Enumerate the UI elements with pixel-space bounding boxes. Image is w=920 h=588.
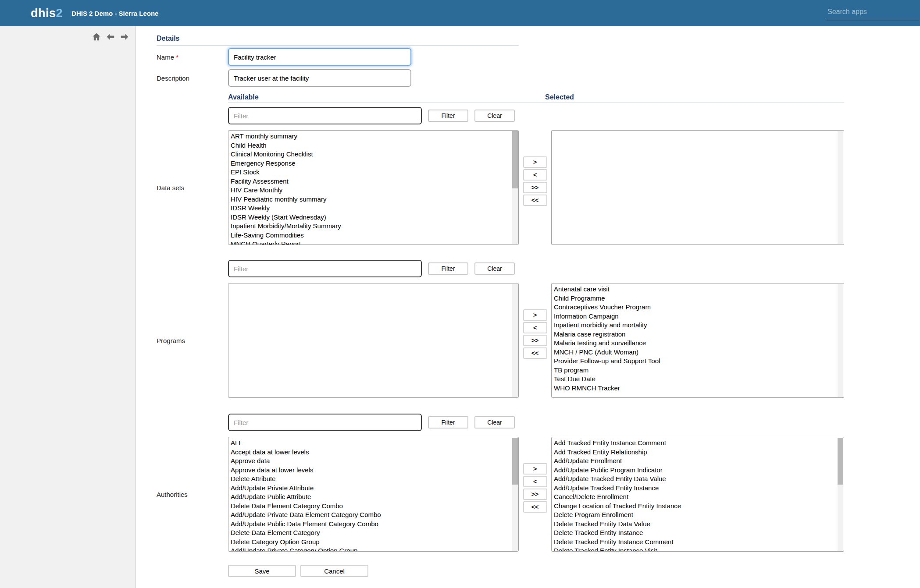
datasets-filter-input[interactable] xyxy=(228,107,422,124)
list-item[interactable]: Add/Update Enrollment xyxy=(552,457,844,466)
list-item[interactable]: Delete Tracked Entity Instance xyxy=(552,528,844,538)
list-item[interactable]: ART monthly summary xyxy=(228,132,518,141)
list-item[interactable]: Add/Update Public Data Element Category … xyxy=(228,520,518,529)
list-item[interactable]: Add Tracked Entity Instance Comment xyxy=(552,439,844,448)
list-item[interactable]: Approve data xyxy=(228,457,518,466)
datasets-available-list[interactable]: ART monthly summaryChild HealthClinical … xyxy=(228,130,519,245)
list-item[interactable]: Delete Program Enrollment xyxy=(552,510,844,520)
list-item[interactable]: Change Location of Tracked Entity Instan… xyxy=(552,502,844,511)
authorities-selected-list[interactable]: Add Tracked Entity Instance CommentAdd T… xyxy=(551,437,844,552)
list-item[interactable]: Malaria testing and surveillance xyxy=(552,339,844,348)
authorities-filter-button[interactable]: Filter xyxy=(428,416,468,429)
list-item[interactable]: Information Campaign xyxy=(552,312,844,321)
datasets-move-all-right-button[interactable]: >> xyxy=(523,182,547,193)
programs-move-left-button[interactable]: < xyxy=(523,322,547,333)
top-bar: dhis2 DHIS 2 Demo - Sierra Leone xyxy=(0,0,920,26)
list-item[interactable]: Delete Category Option Group xyxy=(228,538,518,547)
list-item[interactable]: Add/Update Tracked Entity Instance xyxy=(552,484,844,493)
list-item[interactable]: MNCH Quarterly Report xyxy=(228,240,518,245)
description-input[interactable] xyxy=(228,69,411,87)
scrollbar-thumb[interactable] xyxy=(838,438,843,485)
scrollbar-track[interactable] xyxy=(838,131,843,244)
authorities-move-left-button[interactable]: < xyxy=(523,476,547,487)
list-item[interactable]: Clinical Monitoring Checklist xyxy=(228,150,518,159)
programs-filter-button[interactable]: Filter xyxy=(428,262,468,275)
programs-selected-list[interactable]: Antenatal care visitChild ProgrammeContr… xyxy=(551,283,844,398)
programs-available-list[interactable] xyxy=(228,283,519,398)
authorities-filter-input[interactable] xyxy=(228,414,422,431)
programs-move-all-right-button[interactable]: >> xyxy=(523,335,547,346)
list-item[interactable]: Add/Update Tracked Entity Data Value xyxy=(552,475,844,484)
list-item[interactable]: Facility Assessment xyxy=(228,177,518,186)
programs-clear-button[interactable]: Clear xyxy=(474,262,515,275)
list-item[interactable]: HIV Peadiatric monthly summary xyxy=(228,195,518,204)
datasets-move-right-button[interactable]: > xyxy=(523,156,547,168)
list-item[interactable]: Add/Update Private Category Option Group xyxy=(228,546,518,552)
list-item[interactable]: TB program xyxy=(552,366,844,375)
name-label: Name * xyxy=(157,53,228,61)
authorities-label: Authorities xyxy=(157,491,228,498)
programs-filter-input[interactable] xyxy=(228,260,422,277)
back-arrow-icon[interactable] xyxy=(106,32,115,42)
list-item[interactable]: Child Health xyxy=(228,141,518,150)
list-item[interactable]: IDSR Weekly xyxy=(228,204,518,213)
list-item[interactable]: Delete Tracked Entity Data Value xyxy=(552,520,844,529)
list-item[interactable]: Add/Update Private Data Element Category… xyxy=(228,510,518,520)
list-item[interactable]: Delete Tracked Entity Instance Visit xyxy=(552,546,844,552)
programs-move-right-button[interactable]: > xyxy=(523,309,547,321)
datasets-filter-button[interactable]: Filter xyxy=(428,110,468,122)
nav-icons xyxy=(92,32,129,42)
list-item[interactable]: HIV Care Monthly xyxy=(228,186,518,195)
list-item[interactable]: IDSR Weekly (Start Wednesday) xyxy=(228,213,518,222)
authorities-move-right-button[interactable]: > xyxy=(523,463,547,475)
list-item[interactable]: Delete Data Element Category xyxy=(228,528,518,538)
scrollbar-thumb[interactable] xyxy=(512,438,518,485)
list-item[interactable]: Malaria case registration xyxy=(552,330,844,339)
list-item[interactable]: Accept data at lower levels xyxy=(228,448,518,457)
datasets-selected-list[interactable] xyxy=(551,130,844,245)
list-item[interactable]: Add/Update Private Attribute xyxy=(228,484,518,493)
scrollbar-track[interactable] xyxy=(838,438,843,551)
authorities-available-list[interactable]: ALLAccept data at lower levelsApprove da… xyxy=(228,437,519,552)
cancel-button[interactable]: Cancel xyxy=(300,565,368,577)
list-item[interactable]: Antenatal care visit xyxy=(552,285,844,294)
scrollbar-track[interactable] xyxy=(512,131,518,244)
scrollbar-thumb[interactable] xyxy=(512,131,518,188)
list-item[interactable]: WHO RMNCH Tracker xyxy=(552,384,844,393)
list-item[interactable]: Inpatient morbidity and mortality xyxy=(552,321,844,330)
list-item[interactable]: Life-Saving Commodities xyxy=(228,231,518,240)
list-item[interactable]: EPI Stock xyxy=(228,168,518,177)
list-item[interactable]: Delete Data Element Category Combo xyxy=(228,502,518,511)
list-item[interactable]: Cancel/Delete Enrollment xyxy=(552,492,844,502)
list-item[interactable]: Child Programme xyxy=(552,294,844,303)
home-icon[interactable] xyxy=(92,32,101,42)
programs-move-all-left-button[interactable]: << xyxy=(523,347,547,359)
list-item[interactable]: Delete Tracked Entity Instance Comment xyxy=(552,538,844,547)
name-input[interactable] xyxy=(228,48,411,66)
list-item[interactable]: Approve data at lower levels xyxy=(228,466,518,475)
save-button[interactable]: Save xyxy=(228,565,296,577)
authorities-clear-button[interactable]: Clear xyxy=(474,416,515,429)
search-apps-input[interactable] xyxy=(827,6,919,20)
list-item[interactable]: Provider Follow-up and Support Tool xyxy=(552,357,844,366)
authorities-move-all-right-button[interactable]: >> xyxy=(523,489,547,500)
list-item[interactable]: Test Due Date xyxy=(552,375,844,384)
list-item[interactable]: Add/Update Public Attribute xyxy=(228,492,518,502)
list-item[interactable]: Inpatient Morbidity/Mortality Summary xyxy=(228,222,518,231)
authorities-move-all-left-button[interactable]: << xyxy=(523,501,547,513)
list-item[interactable]: Emergency Response xyxy=(228,159,518,168)
list-item[interactable]: ALL xyxy=(228,439,518,448)
scrollbar-track[interactable] xyxy=(838,284,843,397)
left-sidebar xyxy=(0,26,136,588)
datasets-move-left-button[interactable]: < xyxy=(523,169,547,181)
scrollbar-track[interactable] xyxy=(512,438,518,551)
scrollbar-track[interactable] xyxy=(512,284,518,397)
list-item[interactable]: Add Tracked Entity Relationship xyxy=(552,448,844,457)
list-item[interactable]: MNCH / PNC (Adult Woman) xyxy=(552,348,844,357)
list-item[interactable]: Delete Attribute xyxy=(228,475,518,484)
list-item[interactable]: Contraceptives Voucher Program xyxy=(552,303,844,312)
datasets-move-all-left-button[interactable]: << xyxy=(523,195,547,206)
forward-arrow-icon[interactable] xyxy=(120,32,129,42)
list-item[interactable]: Add/Update Public Program Indicator xyxy=(552,466,844,475)
datasets-clear-button[interactable]: Clear xyxy=(474,110,515,122)
